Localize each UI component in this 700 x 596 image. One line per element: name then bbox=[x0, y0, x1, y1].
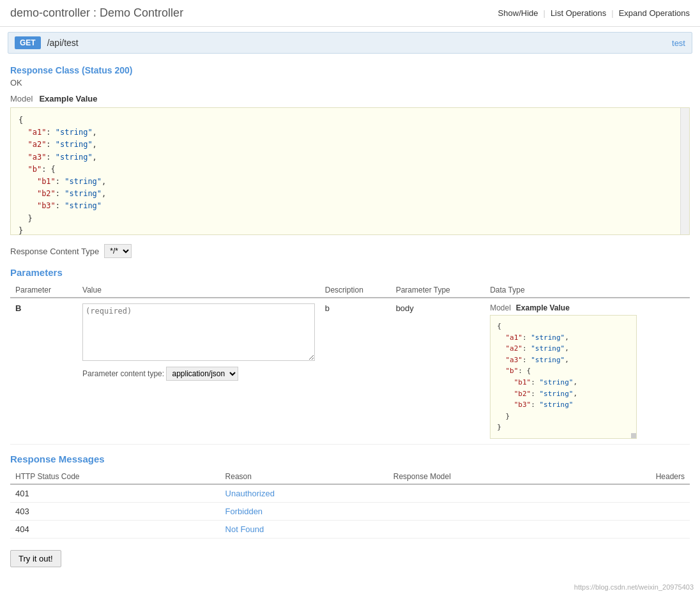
response-messages-title: Response Messages bbox=[10, 454, 690, 464]
model-404 bbox=[388, 520, 579, 538]
response-class-status: OK bbox=[10, 78, 690, 88]
table-row: 403 Forbidden bbox=[10, 502, 690, 520]
controller-title: demo-controller : Demo Controller bbox=[10, 6, 183, 20]
response-class-section: Response Class (Status 200) OK Model Exa… bbox=[10, 65, 690, 235]
parameters-title: Parameters bbox=[10, 267, 690, 278]
reason-404-link[interactable]: Not Found bbox=[225, 524, 264, 534]
status-401: 401 bbox=[10, 484, 220, 503]
response-content-type-row: Response Content Type */* bbox=[10, 244, 690, 258]
dt-code-1: { bbox=[497, 321, 630, 332]
th-response-model: Response Model bbox=[388, 470, 579, 484]
code-line-9: } bbox=[19, 213, 681, 225]
th-reason: Reason bbox=[220, 470, 388, 484]
nav-sep-2: | bbox=[611, 8, 613, 18]
content-type-select[interactable]: application/json bbox=[166, 367, 238, 381]
param-type: body bbox=[396, 303, 414, 313]
api-tag[interactable]: test bbox=[672, 38, 685, 48]
code-line-7: "b2": "string", bbox=[19, 188, 681, 200]
controller-name: Demo Controller bbox=[100, 6, 183, 19]
get-bar[interactable]: GET /api/test test bbox=[8, 32, 692, 54]
table-row: 401 Unauthorized bbox=[10, 484, 690, 503]
rct-label: Response Content Type bbox=[10, 247, 99, 256]
data-type-code-box: { "a1": "string", "a2": "string", "a3": … bbox=[490, 315, 637, 439]
th-data-type: Data Type bbox=[485, 283, 690, 298]
param-name: B bbox=[15, 303, 21, 313]
method-badge: GET bbox=[15, 36, 41, 49]
table-row: B Parameter content type: application/js… bbox=[10, 298, 690, 444]
param-type-cell: body bbox=[391, 298, 485, 444]
th-value: Value bbox=[77, 283, 320, 298]
resp-header-row: HTTP Status Code Reason Response Model H… bbox=[10, 470, 690, 484]
show-hide-link[interactable]: Show/Hide bbox=[498, 8, 538, 18]
param-value-input[interactable] bbox=[82, 303, 315, 361]
headers-401 bbox=[579, 484, 690, 503]
param-content-type-row: Parameter content type: application/json bbox=[82, 367, 315, 381]
params-thead: Parameter Value Description Parameter Ty… bbox=[10, 283, 690, 298]
response-messages-table: HTTP Status Code Reason Response Model H… bbox=[10, 470, 690, 539]
scrollbar[interactable] bbox=[680, 108, 689, 234]
resp-thead: HTTP Status Code Reason Response Model H… bbox=[10, 470, 690, 484]
param-name-cell: B bbox=[10, 298, 77, 444]
dt-code-10: } bbox=[497, 422, 630, 433]
code-line-8: "b3": "string" bbox=[19, 200, 681, 212]
resize-handle-icon[interactable] bbox=[631, 433, 636, 438]
try-it-out-button[interactable]: Try it out! bbox=[10, 550, 61, 567]
nav-sep-1: | bbox=[543, 8, 545, 18]
headers-404 bbox=[579, 520, 690, 538]
list-operations-link[interactable]: List Operations bbox=[551, 8, 606, 18]
dt-code-6: "b1": "string", bbox=[497, 377, 630, 388]
reason-401: Unauthorized bbox=[220, 484, 388, 503]
dt-code-2: "a1": "string", bbox=[497, 332, 630, 344]
dt-code-4: "a3": "string", bbox=[497, 355, 630, 366]
table-row: 404 Not Found bbox=[10, 520, 690, 538]
status-404: 404 bbox=[10, 520, 220, 538]
controller-id: demo-controller bbox=[10, 6, 90, 19]
headers-403 bbox=[579, 502, 690, 520]
parameters-table: Parameter Value Description Parameter Ty… bbox=[10, 283, 690, 445]
th-status-code: HTTP Status Code bbox=[10, 470, 220, 484]
model-403 bbox=[388, 502, 579, 520]
page-header: demo-controller : Demo Controller Show/H… bbox=[0, 0, 700, 27]
code-line-4: "a3": "string", bbox=[19, 151, 681, 164]
response-class-title: Response Class (Status 200) bbox=[10, 65, 690, 75]
resp-tbody: 401 Unauthorized 403 Forbidden 404 Not F… bbox=[10, 484, 690, 539]
api-path: /api/test bbox=[47, 38, 672, 48]
content-type-label: Parameter content type: bbox=[82, 369, 164, 378]
param-description: b bbox=[325, 303, 330, 313]
dt-code-7: "b2": "string", bbox=[497, 388, 630, 400]
data-type-tab-row: Model Example Value bbox=[490, 303, 685, 312]
param-value-cell: Parameter content type: application/json bbox=[77, 298, 320, 444]
main-content: Response Class (Status 200) OK Model Exa… bbox=[0, 59, 700, 574]
code-line-1: { bbox=[19, 114, 681, 126]
response-example-code-box: { "a1": "string", "a2": "string", "a3": … bbox=[10, 107, 690, 235]
expand-operations-link[interactable]: Expand Operations bbox=[619, 8, 690, 18]
code-line-2: "a1": "string", bbox=[19, 126, 681, 139]
code-line-3: "a2": "string", bbox=[19, 139, 681, 151]
param-desc-cell: b bbox=[320, 298, 391, 444]
code-line-10: } bbox=[19, 225, 681, 235]
code-line-6: "b1": "string", bbox=[19, 176, 681, 188]
reason-401-link[interactable]: Unauthorized bbox=[225, 489, 275, 498]
th-headers: Headers bbox=[579, 470, 690, 484]
reason-403-link[interactable]: Forbidden bbox=[225, 507, 263, 516]
th-parameter: Parameter bbox=[10, 283, 77, 298]
data-type-model-tab[interactable]: Model bbox=[490, 303, 511, 312]
dt-code-9: } bbox=[497, 411, 630, 422]
header-nav: Show/Hide | List Operations | Expand Ope… bbox=[498, 8, 690, 18]
params-tbody: B Parameter content type: application/js… bbox=[10, 298, 690, 444]
tab-example-value[interactable]: Example Value bbox=[39, 94, 97, 103]
reason-403: Forbidden bbox=[220, 502, 388, 520]
title-separator: : bbox=[90, 6, 100, 19]
dt-code-8: "b3": "string" bbox=[497, 399, 630, 411]
response-tab-row: Model Example Value bbox=[10, 94, 690, 103]
reason-404: Not Found bbox=[220, 520, 388, 538]
data-type-example-tab[interactable]: Example Value bbox=[516, 303, 570, 312]
code-line-5: "b": { bbox=[19, 164, 681, 176]
status-403: 403 bbox=[10, 502, 220, 520]
rct-select[interactable]: */* bbox=[104, 244, 132, 258]
param-data-type-cell: Model Example Value { "a1": "string", "a… bbox=[485, 298, 690, 444]
model-401 bbox=[388, 484, 579, 503]
th-parameter-type: Parameter Type bbox=[391, 283, 485, 298]
th-description: Description bbox=[320, 283, 391, 298]
tab-model[interactable]: Model bbox=[10, 94, 33, 103]
